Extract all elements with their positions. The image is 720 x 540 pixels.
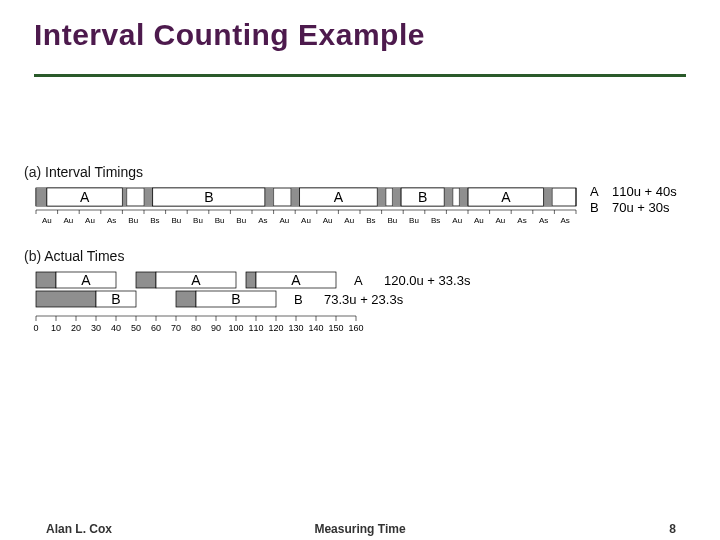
svg-text:100: 100 <box>228 323 243 333</box>
svg-text:90: 90 <box>211 323 221 333</box>
svg-text:As: As <box>258 216 267 225</box>
panel-b-svg: AAAA120.0u + 33.3sBBB73.3u + 23.3s010203… <box>24 270 696 348</box>
svg-text:Au: Au <box>474 216 484 225</box>
svg-text:160: 160 <box>348 323 363 333</box>
svg-text:Bu: Bu <box>236 216 246 225</box>
svg-text:Au: Au <box>42 216 52 225</box>
svg-text:30: 30 <box>91 323 101 333</box>
svg-text:Au: Au <box>85 216 95 225</box>
svg-rect-109 <box>36 291 96 307</box>
panel-b-title: Actual Times <box>44 248 124 264</box>
svg-text:As: As <box>539 216 548 225</box>
svg-text:Au: Au <box>64 216 74 225</box>
svg-text:120.0u + 33.3s: 120.0u + 33.3s <box>384 273 471 288</box>
svg-text:Bu: Bu <box>215 216 225 225</box>
svg-rect-33 <box>459 188 468 206</box>
svg-text:B: B <box>231 291 240 307</box>
svg-text:A: A <box>354 273 363 288</box>
panel-b-header: (b) Actual Times <box>24 248 696 264</box>
svg-text:70u + 30s: 70u + 30s <box>612 200 670 215</box>
svg-text:40: 40 <box>111 323 121 333</box>
panel-a-svg: ABABAAuAuAuAsBuBsBuBuBuBuAsAuAuAuAuBsBuB… <box>24 186 696 232</box>
panel-b-label: (b) <box>24 248 41 264</box>
svg-text:A: A <box>501 189 511 205</box>
svg-text:Au: Au <box>344 216 354 225</box>
svg-rect-9 <box>144 188 153 206</box>
svg-text:120: 120 <box>268 323 283 333</box>
svg-rect-22 <box>377 188 386 206</box>
svg-text:Au: Au <box>496 216 506 225</box>
panel-a-label: (a) <box>24 164 41 180</box>
svg-text:80: 80 <box>191 323 201 333</box>
svg-text:110u + 40s: 110u + 40s <box>612 186 677 199</box>
page-title: Interval Counting Example <box>34 18 425 52</box>
svg-text:130: 130 <box>288 323 303 333</box>
svg-text:B: B <box>294 292 303 307</box>
svg-text:B: B <box>418 189 427 205</box>
svg-rect-1 <box>36 188 47 206</box>
svg-text:B: B <box>111 291 120 307</box>
svg-text:Bs: Bs <box>431 216 440 225</box>
svg-text:B: B <box>590 200 599 215</box>
svg-text:20: 20 <box>71 323 81 333</box>
svg-rect-38 <box>544 188 553 206</box>
svg-text:70: 70 <box>171 323 181 333</box>
svg-text:150: 150 <box>328 323 343 333</box>
svg-text:Au: Au <box>323 216 333 225</box>
svg-text:Au: Au <box>301 216 311 225</box>
panel-a-header: (a) Interval Timings <box>24 164 696 180</box>
svg-text:A: A <box>590 186 599 199</box>
svg-text:A: A <box>291 272 301 288</box>
footer-center: Measuring Time <box>0 522 720 536</box>
diagram: (a) Interval Timings ABABAAuAuAuAsBuBsBu… <box>24 160 696 348</box>
svg-rect-25 <box>392 188 401 206</box>
svg-text:A: A <box>334 189 344 205</box>
svg-text:Au: Au <box>280 216 290 225</box>
svg-text:Bu: Bu <box>409 216 419 225</box>
svg-text:Au: Au <box>452 216 462 225</box>
svg-rect-112 <box>176 291 196 307</box>
svg-text:140: 140 <box>308 323 323 333</box>
svg-text:73.3u + 23.3s: 73.3u + 23.3s <box>324 292 404 307</box>
svg-rect-17 <box>291 188 300 206</box>
svg-text:Bs: Bs <box>366 216 375 225</box>
svg-text:Bu: Bu <box>388 216 398 225</box>
svg-text:As: As <box>107 216 116 225</box>
svg-text:As: As <box>561 216 570 225</box>
svg-text:Bs: Bs <box>150 216 159 225</box>
svg-text:110: 110 <box>248 323 263 333</box>
svg-text:0: 0 <box>33 323 38 333</box>
svg-rect-30 <box>444 188 453 206</box>
svg-text:Bu: Bu <box>128 216 138 225</box>
svg-text:B: B <box>204 189 213 205</box>
svg-rect-6 <box>122 188 126 206</box>
svg-rect-14 <box>265 188 274 206</box>
svg-text:60: 60 <box>151 323 161 333</box>
svg-rect-101 <box>136 272 156 288</box>
svg-text:A: A <box>80 189 90 205</box>
svg-text:A: A <box>81 272 91 288</box>
title-rule <box>34 74 686 77</box>
svg-text:10: 10 <box>51 323 61 333</box>
svg-rect-104 <box>246 272 256 288</box>
panel-a-title: Interval Timings <box>45 164 143 180</box>
svg-text:A: A <box>191 272 201 288</box>
svg-text:50: 50 <box>131 323 141 333</box>
svg-rect-98 <box>36 272 56 288</box>
svg-text:Bu: Bu <box>193 216 203 225</box>
svg-text:As: As <box>517 216 526 225</box>
svg-text:Bu: Bu <box>172 216 182 225</box>
footer-page: 8 <box>669 522 676 536</box>
